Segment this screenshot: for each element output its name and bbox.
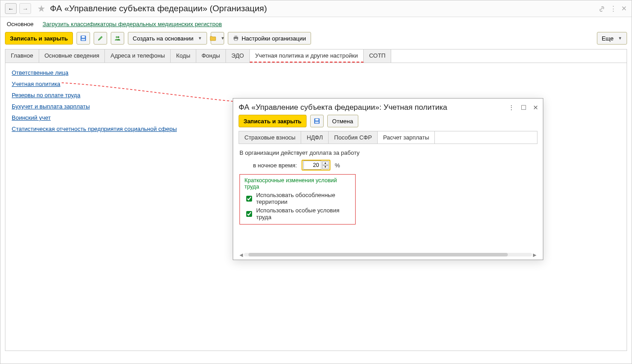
tab-funds[interactable]: Фонды [196,49,226,63]
popup-accounting-policy: ФА «Управление субъекта федерации»: Учет… [233,98,543,260]
popup-kebab-icon[interactable]: ⋮ [508,104,515,111]
popup-save-button[interactable] [310,115,324,127]
caret-down-icon: ▼ [221,36,225,40]
save-button[interactable] [77,32,90,45]
kebab-icon[interactable]: ⋮ [610,4,617,13]
printer-icon [233,35,239,41]
create-based-on-button[interactable]: Создать на основании ▼ [128,32,207,45]
group-title: Краткосрочные изменения условий труда [244,177,351,190]
more-button[interactable]: Еще ▼ [597,32,627,45]
header-right-controls: ⋮ ✕ [598,4,627,13]
check-territories-row[interactable]: Использовать обособленные территории [244,192,351,205]
caret-down-icon: ▼ [618,36,622,40]
page-title: ФА «Управление субъекта федерации» (Орга… [50,4,267,13]
tab-sotp[interactable]: СОТП [364,49,392,63]
popup-tab-ndfl[interactable]: НДФЛ [301,131,329,144]
svg-rect-7 [235,39,237,40]
people-icon [114,35,121,41]
percent-label: % [335,162,340,169]
caret-down-icon: ▼ [198,36,202,40]
check-territories[interactable] [246,196,252,202]
popup-tab-insurance[interactable]: Страховые взносы [239,131,301,144]
popup-tab-salary-calc[interactable]: Расчет зарплаты [378,131,435,144]
link-reserves[interactable]: Резервы по оплате труда [12,92,620,99]
short-term-changes-group: Краткосрочные изменения условий труда Ис… [239,174,356,225]
subnav-tab-main[interactable]: Основное [7,21,34,27]
svg-rect-2 [81,39,85,40]
tab-main[interactable]: Главное [5,49,39,63]
arrow-left-icon: ← [8,5,14,12]
folder-icon [210,35,216,41]
link-icon[interactable] [598,5,605,12]
app-window: ← → ★ ФА «Управление субъекта федерации»… [0,0,632,364]
save-icon [80,35,86,41]
popup-maximize-icon[interactable]: ☐ [521,104,527,111]
popup-tab-benefits[interactable]: Пособия СФР [329,131,378,144]
org-settings-label: Настройки организации [242,35,306,42]
tab-edo[interactable]: ЭДО [226,49,250,63]
more-label: Еще [602,35,614,42]
svg-point-3 [116,36,117,38]
svg-rect-1 [81,36,85,38]
popup-toolbar: Записать и закрыть Отмена [233,115,543,131]
tab-basic-info[interactable]: Основные сведения [39,49,105,63]
popup-body: В организации действует доплата за работ… [233,144,543,230]
tab-accounting-policy[interactable]: Учетная политика и другие настройки [250,49,364,63]
toolbar: Записать и закрыть Создать на основании … [0,32,632,49]
popup-tabs: Страховые взносы НДФЛ Пособия СФР Расчет… [239,131,537,144]
spinner-down-button[interactable]: ▼ [322,165,329,169]
folder-button[interactable]: ▼ [211,32,224,45]
people-button[interactable] [111,32,124,45]
popup-cancel-button[interactable]: Отмена [327,115,358,127]
svg-point-4 [117,36,119,38]
svg-rect-6 [235,36,237,37]
pencil-icon [97,35,104,41]
check-special-conditions-row[interactable]: Использовать особые условия труда [244,207,351,220]
main-tabs: Главное Основные сведения Адреса и телеф… [5,49,627,63]
subnav: Основное Загрузить классификаторы федера… [0,17,632,32]
link-responsible[interactable]: Ответственные лица [12,69,620,76]
edit-button[interactable] [94,32,107,45]
popup-header: ФА «Управление субъекта федерации»: Учет… [233,99,543,115]
check-special-conditions-label: Использовать особые условия труда [256,207,351,220]
arrow-right-icon: → [22,5,28,12]
popup-controls: ⋮ ☐ ✕ [508,104,538,111]
popup-close-icon[interactable]: ✕ [533,104,538,111]
close-icon[interactable]: ✕ [621,4,627,13]
popup-h-scrollbar[interactable]: ◀ ▶ [239,252,537,257]
save-close-button[interactable]: Записать и закрыть [5,32,73,45]
star-icon[interactable]: ★ [37,3,45,14]
scroll-left-icon[interactable]: ◀ [239,252,244,257]
intro-text: В организации действует доплата за работ… [239,149,537,156]
tab-codes[interactable]: Коды [171,49,196,63]
popup-title: ФА «Управление субъекта федерации»: Учет… [239,103,447,112]
nav-forward-button[interactable]: → [19,3,31,14]
nav-back-button[interactable]: ← [5,3,17,14]
night-time-field-wrap: ▲ ▼ [302,160,330,171]
spinner-up-button[interactable]: ▲ [322,161,329,165]
night-time-label: в ночное время: [253,162,297,169]
content-area: Ответственные лица Учетная политика Резе… [5,63,627,351]
org-settings-button[interactable]: Настройки организации [228,32,311,45]
popup-save-close-button[interactable]: Записать и закрыть [239,115,307,127]
spinner: ▲ ▼ [322,161,329,169]
svg-rect-10 [315,121,319,123]
link-accounting-policy[interactable]: Учетная политика [12,81,620,87]
night-time-input[interactable] [303,161,321,170]
scroll-thumb[interactable] [248,253,508,256]
check-special-conditions[interactable] [246,211,252,217]
scroll-track[interactable] [244,253,532,256]
tab-addresses[interactable]: Адреса и телефоны [105,49,171,63]
save-icon [314,118,320,124]
header-bar: ← → ★ ФА «Управление субъекта федерации»… [0,0,632,17]
subnav-link-load-classifiers[interactable]: Загрузить классификаторы федеральных мед… [43,21,222,27]
check-territories-label: Использовать обособленные территории [256,192,351,205]
svg-rect-9 [315,119,318,121]
scroll-right-icon[interactable]: ▶ [532,252,537,257]
create-based-on-label: Создать на основании [133,35,194,42]
